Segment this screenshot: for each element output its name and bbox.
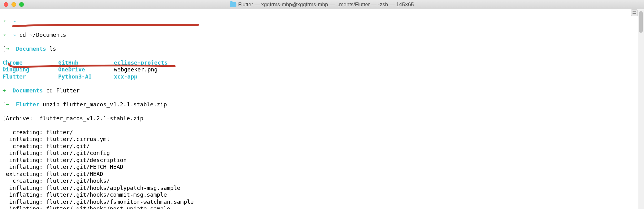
cmd-unzip: unzip flutter_macos_v1.2.1-stable.zip <box>43 101 167 108</box>
prompt-path: Flutter <box>16 101 39 108</box>
unzip-line: inflating: flutter/.git/config <box>2 150 642 157</box>
folder-icon <box>230 2 236 7</box>
cmd-cd-docs: cd ~/Documents <box>19 32 66 38</box>
ls-dir: Chrome <box>2 59 58 66</box>
cmd-cd-flutter: cd Flutter <box>46 87 80 94</box>
unzip-line: inflating: flutter/.git/hooks/commit-msg… <box>2 191 642 198</box>
ls-dir: Flutter <box>2 73 58 80</box>
minimize-icon[interactable] <box>11 2 16 7</box>
unzip-line: creating: flutter/.git/ <box>2 143 642 150</box>
unzip-line: creating: flutter/.git/hooks/ <box>2 177 642 185</box>
prompt-path: Documents <box>16 45 46 52</box>
prompt-arrow-icon: ➜ <box>2 87 6 94</box>
ls-dir: OneDrive <box>58 66 114 73</box>
ls-dir: eclipse-projects <box>114 59 642 66</box>
unzip-line: inflating: flutter/.git/FETCH_HEAD <box>2 164 642 171</box>
title-text: Flutter — xgqfrms-mbp@xgqfrms-mbp — ..me… <box>238 2 414 8</box>
close-icon[interactable] <box>4 2 8 7</box>
traffic-lights <box>0 2 24 7</box>
ls-dir: xcx-app <box>114 73 642 80</box>
unzip-line: inflating: flutter/.git/description <box>2 157 642 164</box>
prompt-arrow-icon: ➜ <box>6 101 9 108</box>
prompt-path: ~ <box>13 32 16 38</box>
maximize-icon[interactable] <box>19 2 24 7</box>
prompt-path: Documents <box>13 87 43 94</box>
window-title: Flutter — xgqfrms-mbp@xgqfrms-mbp — ..me… <box>230 2 414 8</box>
prompt-path: ~ <box>13 18 16 24</box>
unzip-line: inflating: flutter/.git/hooks/applypatch… <box>2 185 642 192</box>
terminal-output[interactable]: ➜ ~ ➜ ~ cd ~/Documents [➜ Documents ls C… <box>0 9 644 209</box>
unzip-line: creating: flutter/ <box>2 129 642 136</box>
ls-dir: Python3-AI <box>58 73 114 80</box>
prompt-arrow-icon: ➜ <box>6 45 9 52</box>
scrollbar[interactable] <box>638 9 644 209</box>
ls-dir: GitHub <box>58 59 114 66</box>
unzip-line: inflating: flutter/.cirrus.yml <box>2 136 642 143</box>
ls-file: webgeeker.png <box>114 66 642 73</box>
ls-output: ChromeGitHubeclipse-projects DingDingOne… <box>2 59 642 80</box>
unzip-line: inflating: flutter/.git/hooks/post-updat… <box>2 205 642 209</box>
scrollbar-thumb[interactable] <box>639 11 643 33</box>
cmd-ls: ls <box>50 45 56 52</box>
window-titlebar: Flutter — xgqfrms-mbp@xgqfrms-mbp — ..me… <box>0 0 644 9</box>
unzip-line: inflating: flutter/.git/hooks/fsmonitor-… <box>2 198 642 206</box>
prompt-arrow-icon: ➜ <box>2 18 6 24</box>
unzip-archive: Archive: flutter_macos_v1.2.1-stable.zip <box>6 115 143 122</box>
unzip-output: creating: flutter/ inflating: flutter/.c… <box>2 129 642 209</box>
prompt-arrow-icon: ➜ <box>2 32 6 38</box>
ls-dir: DingDing <box>2 66 58 73</box>
unzip-line: extracting: flutter/.git/HEAD <box>2 171 642 178</box>
